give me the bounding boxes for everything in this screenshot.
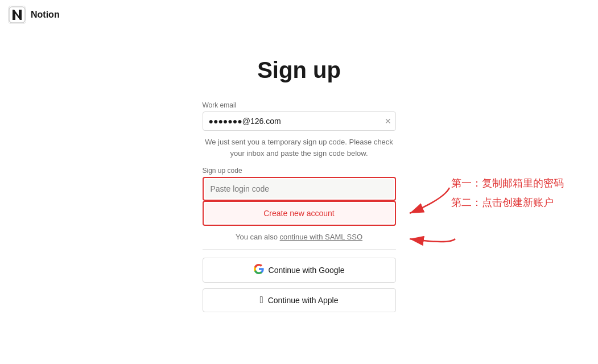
annotation-second: 第二：点击创建新账户 bbox=[451, 196, 564, 209]
google-btn-label: Continue with Google bbox=[269, 266, 345, 275]
saml-text: You can also continue with SAML SSO bbox=[203, 233, 396, 241]
create-account-button[interactable]: Create new account bbox=[205, 203, 394, 224]
notion-logo-icon: N bbox=[8, 6, 26, 24]
notion-header: N Notion bbox=[0, 0, 68, 30]
apple-signin-button[interactable]:  Continue with Apple bbox=[203, 288, 396, 312]
email-input[interactable] bbox=[203, 111, 396, 131]
code-input-wrapper bbox=[203, 177, 396, 201]
annotation-container: 第一：复制邮箱里的密码 第二：点击创建新账户 bbox=[451, 176, 564, 209]
google-signin-button[interactable]: Continue with Google bbox=[203, 258, 396, 283]
annotation-first: 第一：复制邮箱里的密码 bbox=[451, 176, 564, 190]
divider bbox=[203, 249, 396, 250]
hint-text: We just sent you a temporary sign up cod… bbox=[203, 136, 396, 159]
clear-email-icon[interactable]: ✕ bbox=[385, 117, 391, 126]
app-name: Notion bbox=[31, 10, 60, 20]
apple-btn-label: Continue with Apple bbox=[268, 296, 339, 305]
saml-link[interactable]: continue with SAML SSO bbox=[280, 233, 362, 241]
signup-heading: Sign up bbox=[257, 57, 341, 83]
code-label: Sign up code bbox=[203, 167, 396, 175]
code-input[interactable] bbox=[205, 179, 394, 198]
google-icon bbox=[254, 264, 264, 276]
email-label: Work email bbox=[203, 101, 396, 109]
create-account-wrapper: Create new account bbox=[203, 201, 396, 226]
form-container: Work email ✕ We just sent you a temporar… bbox=[203, 101, 396, 318]
email-input-wrapper: ✕ bbox=[203, 111, 396, 131]
apple-icon:  bbox=[260, 295, 263, 306]
